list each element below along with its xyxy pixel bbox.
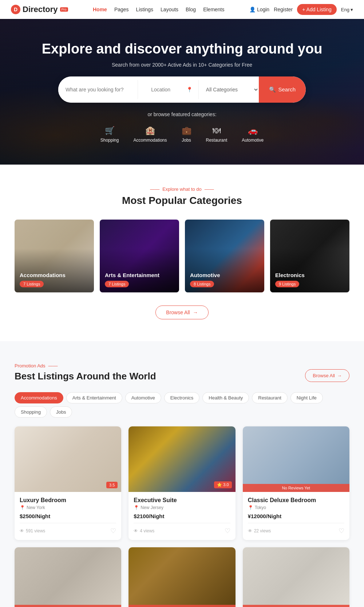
category-card-automotive[interactable]: Automotive 8 Listings xyxy=(185,220,264,292)
filter-tab-accommodations[interactable]: Accommodations xyxy=(15,392,63,403)
featured-cat-label: Accommodations xyxy=(133,138,167,143)
add-listing-button[interactable]: + Add Listing xyxy=(297,4,337,15)
promo-header-left: Promotion Ads Best Listings Around the W… xyxy=(15,363,156,382)
featured-cat-automotive[interactable]: 🚗 Automotive xyxy=(242,126,264,143)
featured-cat-label: Shopping xyxy=(100,138,119,143)
listing-card-executive-suite[interactable]: ⭐ 3.0 Executive Suite 📍 New Jersey $2100… xyxy=(128,426,235,540)
listing-img-bg xyxy=(15,547,121,607)
accommodations-icon: 🏨 xyxy=(145,126,155,135)
logo-text: Directory xyxy=(23,5,58,14)
featured-cat-label: Automotive xyxy=(242,138,264,143)
location-input[interactable] xyxy=(144,82,184,98)
pin-icon: 📍 xyxy=(20,505,25,510)
promo-section: Promotion Ads Best Listings Around the W… xyxy=(0,341,364,607)
nav-right: 👤 Login Register + Add Listing Eng ▾ xyxy=(249,4,353,15)
search-button[interactable]: 🔍 Search xyxy=(259,76,306,103)
browse-featured-text: or browse featured categories: xyxy=(7,111,357,117)
search-input[interactable] xyxy=(58,76,138,103)
hero-section: Explore and discover anything around you… xyxy=(0,19,364,165)
hero-title: Explore and discover anything around you xyxy=(7,41,357,58)
listing-name: Luxury Bedroom xyxy=(20,497,116,504)
listing-img-bg xyxy=(15,426,121,492)
nav-layouts[interactable]: Layouts xyxy=(161,7,178,12)
nav-pages[interactable]: Pages xyxy=(114,7,129,12)
filter-tab-automotive[interactable]: Automotive xyxy=(125,392,161,403)
popular-categories-section: Explore what to do Most Popular Categori… xyxy=(0,165,364,341)
no-review-badge: No Reviews Yet xyxy=(15,605,121,607)
listing-footer: 👁 4 views ♡ xyxy=(134,523,230,535)
listing-image: ⭐ 3.0 xyxy=(128,426,235,492)
category-select[interactable]: All Categories xyxy=(199,76,259,103)
promo-browse-all-button[interactable]: Browse All → xyxy=(305,369,349,382)
featured-cat-jobs[interactable]: 💼 Jobs xyxy=(182,126,191,143)
favorite-button[interactable]: ♡ xyxy=(225,527,230,535)
user-icon: 👤 xyxy=(249,7,256,12)
nav-listings[interactable]: Listings xyxy=(136,7,153,12)
filter-tab-jobs[interactable]: Jobs xyxy=(50,406,72,418)
listing-body: Classic Deluxe Bedroom 📍 Tokyo ¥12000/Ni… xyxy=(243,492,349,540)
filter-tab-health[interactable]: Health & Beauty xyxy=(202,392,249,403)
listing-card-luxury-bedroom[interactable]: 3.5 Luxury Bedroom 📍 New York $2500/Nigh… xyxy=(15,426,121,540)
favorite-button[interactable]: ♡ xyxy=(339,527,344,535)
automotive-icon: 🚗 xyxy=(248,126,258,135)
eye-icon: 👁 xyxy=(20,528,24,533)
card-info: Arts & Entertainment 7 Listings xyxy=(100,267,179,292)
filter-tab-nightlife[interactable]: Night Life xyxy=(290,392,323,403)
logo-icon: D xyxy=(11,5,20,14)
register-link[interactable]: Register xyxy=(274,7,293,12)
filter-tab-restaurant[interactable]: Restaurant xyxy=(252,392,288,403)
featured-cat-restaurant[interactable]: 🍽 Restaurant xyxy=(206,126,228,143)
no-review-badge: No Reviews Yet xyxy=(243,484,349,492)
header: D Directory Pro Home Pages Listings Layo… xyxy=(0,0,364,19)
section-label: Explore what to do xyxy=(15,186,349,192)
nav-blog[interactable]: Blog xyxy=(186,7,196,12)
listing-card-cozy-room[interactable]: No Reviews Yet Cozy Room 📍 Paris $1800/N… xyxy=(15,547,121,607)
main-nav: Home Pages Listings Layouts Blog Element… xyxy=(93,7,225,12)
listing-badge: 7 Listings xyxy=(105,281,129,287)
nav-elements[interactable]: Elements xyxy=(203,7,224,12)
promo-title: Best Listings Around the World xyxy=(15,371,156,382)
listing-img-bg xyxy=(243,426,349,492)
views-text: 👁 4 views xyxy=(134,528,154,533)
listing-badge: 7 Listings xyxy=(20,281,44,287)
nav-home[interactable]: Home xyxy=(93,7,107,12)
featured-cat-shopping[interactable]: 🛒 Shopping xyxy=(100,126,119,143)
filter-tab-shopping[interactable]: Shopping xyxy=(15,406,47,418)
listing-card-boutique-suite[interactable]: No Reviews Yet Boutique Suite 📍 Bangkok … xyxy=(128,547,235,607)
logo[interactable]: D Directory Pro xyxy=(11,5,68,14)
arrow-right-icon: → xyxy=(337,373,342,378)
category-card-arts[interactable]: Arts & Entertainment 7 Listings xyxy=(100,220,179,292)
listing-image: 3.5 xyxy=(15,426,121,492)
listings-grid: 3.5 Luxury Bedroom 📍 New York $2500/Nigh… xyxy=(15,426,349,607)
category-cards-grid: Accommodations 7 Listings Arts & Enterta… xyxy=(15,220,349,292)
favorite-button[interactable]: ♡ xyxy=(110,527,116,535)
location-pin-icon: 📍 xyxy=(186,87,193,92)
login-link[interactable]: 👤 Login xyxy=(249,7,269,12)
featured-cat-accommodations[interactable]: 🏨 Accommodations xyxy=(133,126,167,143)
restaurant-icon: 🍽 xyxy=(213,126,221,135)
promo-label: Promotion Ads xyxy=(15,363,156,368)
hero-content: Explore and discover anything around you… xyxy=(0,41,364,143)
listing-image: No Reviews Yet xyxy=(243,547,349,607)
listing-location: 📍 New York xyxy=(20,505,116,510)
no-review-badge: No Reviews Yet xyxy=(128,605,235,607)
listing-img-bg xyxy=(243,547,349,607)
filter-tab-arts[interactable]: Arts & Entertainment xyxy=(66,392,122,403)
featured-cat-label: Restaurant xyxy=(206,138,228,143)
category-card-accommodations[interactable]: Accommodations 7 Listings xyxy=(15,220,94,292)
location-input-wrapper[interactable]: 📍 xyxy=(138,76,198,103)
card-info: Electronics 9 Listings xyxy=(270,267,349,292)
listing-name: Classic Deluxe Bedroom xyxy=(248,497,344,504)
section-title: Most Popular Categories xyxy=(15,195,349,206)
listing-card-classic-deluxe[interactable]: No Reviews Yet Classic Deluxe Bedroom 📍 … xyxy=(243,426,349,540)
search-bar: 📍 All Categories 🔍 Search xyxy=(58,76,306,103)
promo-header: Promotion Ads Best Listings Around the W… xyxy=(15,363,349,382)
card-title: Automotive xyxy=(190,272,259,278)
filter-tab-electronics[interactable]: Electronics xyxy=(164,392,200,403)
category-card-electronics[interactable]: Electronics 9 Listings xyxy=(270,220,349,292)
eye-icon: 👁 xyxy=(248,528,252,533)
listing-card-modern-studio[interactable]: No Reviews Yet Modern Studio 📍 London $3… xyxy=(243,547,349,607)
language-selector[interactable]: Eng ▾ xyxy=(341,7,353,12)
browse-all-button[interactable]: Browse All → xyxy=(155,306,208,319)
eye-icon: 👁 xyxy=(134,528,138,533)
